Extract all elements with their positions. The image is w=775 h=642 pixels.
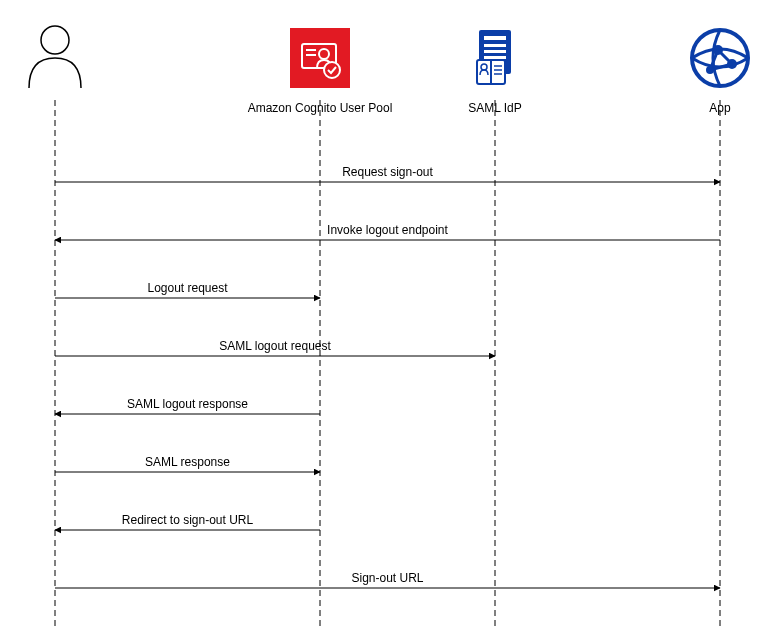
message-label: SAML logout response [127, 397, 248, 411]
cognito-icon [290, 28, 350, 88]
svg-point-6 [324, 62, 340, 78]
message-label: SAML response [145, 455, 230, 469]
message-label: Invoke logout endpoint [327, 223, 448, 237]
svg-point-0 [41, 26, 69, 54]
message-label: Request sign-out [342, 165, 433, 179]
svg-rect-11 [484, 56, 506, 59]
message-label: Logout request [147, 281, 228, 295]
app-icon [692, 30, 748, 86]
message-label: Redirect to sign-out URL [122, 513, 254, 527]
message-label: Sign-out URL [351, 571, 423, 585]
user-icon [29, 26, 81, 88]
sequence-diagram: Amazon Cognito User Pool SAML IdP [0, 0, 775, 642]
svg-line-22 [718, 50, 732, 64]
message-label: SAML logout request [219, 339, 331, 353]
svg-point-18 [692, 30, 748, 86]
svg-rect-9 [484, 44, 506, 47]
svg-rect-8 [484, 36, 506, 40]
saml-idp-icon [477, 30, 511, 84]
svg-rect-10 [484, 50, 506, 53]
